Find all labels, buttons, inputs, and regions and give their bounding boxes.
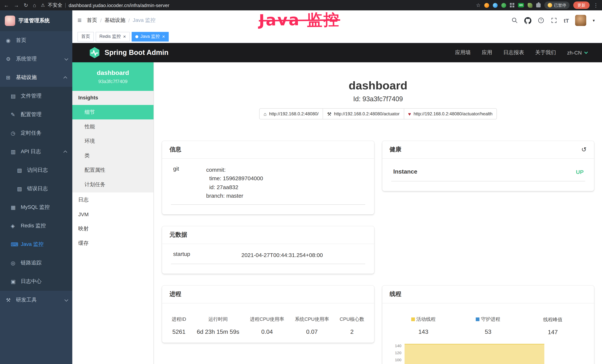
github-icon[interactable] xyxy=(525,17,532,24)
security-label[interactable]: 不安全 xyxy=(48,2,62,9)
sba-brand-title[interactable]: Spring Boot Admin xyxy=(105,49,169,57)
close-tab-icon[interactable]: × xyxy=(123,34,126,39)
card-header: 进程 xyxy=(162,286,374,304)
browser-menu-icon[interactable]: ⋮ xyxy=(593,3,599,8)
instance-item-jvm[interactable]: JVM xyxy=(72,207,153,221)
endpoint-health-link[interactable]: ♥ http://192.168.0.2:48080/actuator/heal… xyxy=(404,108,497,119)
sidebar-item-scheduled-tasks[interactable]: ◷ 定时任务 xyxy=(0,124,72,142)
extensions-puzzle-icon[interactable] xyxy=(536,3,541,7)
sba-nav-wallboard[interactable]: 应用墙 xyxy=(455,49,471,56)
sidebar-item-mysql-monitor[interactable]: ▦ MySQL 监控 xyxy=(0,198,72,217)
sidebar-item-infrastructure[interactable]: ⊞ 基础设施 xyxy=(0,68,72,87)
help-icon[interactable]: ? xyxy=(538,17,545,24)
instance-header[interactable]: dashboard 93a3fc7f7409 xyxy=(72,62,153,91)
breadcrumb-infrastructure[interactable]: 基础设施 xyxy=(105,17,125,24)
browser-home-icon[interactable]: ⌂ xyxy=(33,3,36,8)
instance-item-logs[interactable]: 日志 xyxy=(72,193,153,207)
info-card: 信息 git commit: time: 1596289704000 id: 2… xyxy=(162,141,374,214)
fullscreen-icon[interactable] xyxy=(551,17,558,24)
table-row: git commit: time: 1596289704000 id: 27aa… xyxy=(171,165,365,205)
endpoint-links: ⌂ http://192.168.0.2:48080/ ⚒ http://192… xyxy=(154,108,602,119)
close-tab-icon[interactable]: × xyxy=(162,34,165,39)
forward-icon[interactable]: → xyxy=(14,3,19,8)
extension-grid-icon[interactable] xyxy=(510,3,514,7)
sidebar-item-access-logs[interactable]: ▧ 访问日志 xyxy=(0,161,72,180)
sidebar-item-java-monitor[interactable]: ⌨ Java 监控 xyxy=(0,235,72,254)
log-center-icon: ▣ xyxy=(11,278,19,284)
sidebar-item-file-management[interactable]: ▤ 文件管理 xyxy=(0,87,72,105)
avatar[interactable] xyxy=(575,15,586,26)
java-monitor-icon: ⌨ xyxy=(11,241,19,247)
sidebar-item-system[interactable]: ⚙ 系统管理 xyxy=(0,50,72,68)
bookmark-star-icon[interactable]: ☆ xyxy=(476,3,481,8)
status-badge: UP xyxy=(576,169,584,175)
table-row: startup 2021-04-27T00:44:31.254+08:00 xyxy=(171,251,365,264)
threads-chart: 140 120 100 xyxy=(391,340,585,364)
extension-icon-orange[interactable] xyxy=(484,3,489,8)
header-actions: ? tT ▾ xyxy=(512,15,595,26)
extension-icon-green[interactable] xyxy=(501,3,506,8)
instance-item-caches[interactable]: 缓存 xyxy=(72,236,153,250)
back-icon[interactable]: ← xyxy=(4,3,9,8)
tab-redis-monitor[interactable]: Redis 监控 × xyxy=(96,32,129,41)
sidebar-item-label: 首页 xyxy=(16,37,26,44)
endpoint-root-link[interactable]: ⌂ http://192.168.0.2:48080/ xyxy=(259,108,323,119)
extension-icon-leaf[interactable] xyxy=(528,3,532,8)
chevron-up-icon xyxy=(64,150,67,154)
legend-value: 143 xyxy=(391,329,456,335)
sidebar-item-error-logs[interactable]: ▨ 错误日志 xyxy=(0,180,72,198)
sidebar-item-redis-monitor[interactable]: ◈ Redis 监控 xyxy=(0,217,72,235)
update-button[interactable]: 更新 xyxy=(573,1,590,9)
insights-item-details[interactable]: 细节 xyxy=(72,105,153,119)
card-header: 健康 ↺ xyxy=(382,141,594,159)
insights-label: Insights xyxy=(72,91,153,105)
tab-java-monitor[interactable]: Java 监控 × xyxy=(131,32,169,41)
extension-on-badge[interactable]: on xyxy=(518,3,524,7)
sidebar-item-label: 文件管理 xyxy=(21,93,42,99)
sidebar-item-label: 研发工具 xyxy=(16,297,37,303)
main-content: dashboard Id: 93a3fc7f7409 ⌂ http://192.… xyxy=(154,62,602,364)
address-divider xyxy=(65,3,66,8)
insights-item-performance[interactable]: 性能 xyxy=(72,119,153,134)
sidebar-item-dev-tools[interactable]: ⚒ 研发工具 xyxy=(0,291,72,309)
sidebar-item-api-logs[interactable]: ▥ API 日志 xyxy=(0,142,72,161)
font-size-icon[interactable]: tT xyxy=(564,17,569,23)
search-icon[interactable] xyxy=(512,17,518,24)
endpoint-actuator-link[interactable]: ⚒ http://192.168.0.2:48080/actuator xyxy=(322,108,404,119)
locale-selector[interactable]: zh-CN xyxy=(567,50,587,56)
avatar-caret-icon[interactable]: ▾ xyxy=(593,18,595,23)
legend-label: 线程峰值 xyxy=(543,317,562,323)
breadcrumb-home[interactable]: 首页 xyxy=(87,17,97,24)
card-body: 进程ID 5261 运行时间 6d 23h 15m 59s 进程CPU使用率 0… xyxy=(162,304,374,343)
app-logo[interactable]: 芋道管理系统 xyxy=(0,11,72,31)
sba-nav-applications[interactable]: 应用 xyxy=(482,49,492,56)
sidebar-item-config-management[interactable]: ✎ 配置管理 xyxy=(0,105,72,124)
insights-item-environment[interactable]: 环境 xyxy=(72,134,153,148)
sidebar-item-link-tracing[interactable]: ◎ 链路追踪 xyxy=(0,254,72,272)
sidebar-toggle-icon[interactable]: ≡ xyxy=(77,16,82,24)
url-text[interactable]: dashboard.yudao.iocoder.cn/infra/admin-s… xyxy=(69,2,169,8)
insights-item-scheduled-tasks[interactable]: 计划任务 xyxy=(72,177,153,192)
legend-swatch-yellow xyxy=(411,318,415,321)
reload-icon[interactable]: ↻ xyxy=(24,3,28,8)
paused-badge[interactable]: 已暂停 xyxy=(544,1,570,9)
legend-label: 活动线程 xyxy=(416,316,436,323)
sidebar-item-home[interactable]: ◉ 首页 xyxy=(0,31,72,50)
history-icon[interactable]: ↺ xyxy=(581,147,587,153)
tools-icon: ⚒ xyxy=(6,297,14,303)
address-bar[interactable]: ⚠ 不安全 dashboard.yudao.iocoder.cn/infra/a… xyxy=(41,2,169,9)
tab-home[interactable]: 首页 xyxy=(77,32,94,41)
instance-item-mappings[interactable]: 映射 xyxy=(72,221,153,236)
sidebar-item-label: 定时任务 xyxy=(21,130,42,137)
table-row[interactable]: Instance UP xyxy=(391,168,585,181)
sidebar-item-log-center[interactable]: ▣ 日志中心 xyxy=(0,272,72,291)
extension-icon-blue[interactable] xyxy=(493,3,498,8)
heart-icon: ♥ xyxy=(408,111,411,117)
sba-nav-about[interactable]: 关于我们 xyxy=(535,49,556,56)
insights-item-classes[interactable]: 类 xyxy=(72,148,153,163)
sba-nav-journal[interactable]: 日志报表 xyxy=(503,49,524,56)
chevron-down-icon xyxy=(64,57,68,60)
card-title: 元数据 xyxy=(170,231,187,239)
metric-value: 0.04 xyxy=(250,329,284,335)
insights-item-config-props[interactable]: 配置属性 xyxy=(72,163,153,177)
